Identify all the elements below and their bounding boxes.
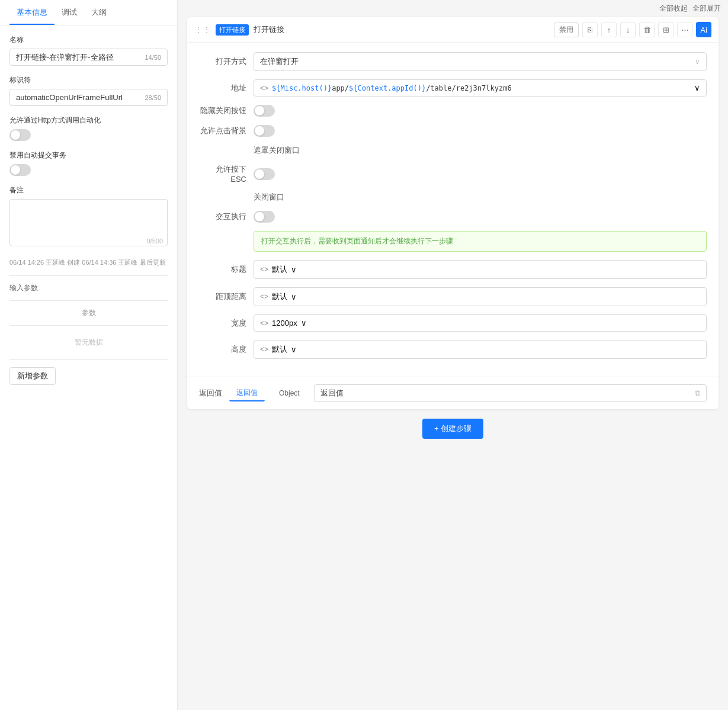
url-misc: ${Misc.host()} bbox=[272, 84, 332, 92]
hide-close-knob bbox=[255, 106, 264, 115]
note-label: 备注 bbox=[9, 185, 168, 195]
http-toggle-group: 允许通过Http方式调用自动化 bbox=[9, 115, 168, 141]
left-content: 名称 14/50 标识符 28/50 允许通过Http方式调用自动化 禁用自动提… bbox=[0, 25, 177, 710]
top-distance-value: 默认 bbox=[272, 291, 287, 302]
hide-close-toggle[interactable] bbox=[254, 105, 275, 117]
drag-handle[interactable]: ⋮⋮ bbox=[194, 25, 211, 34]
node-card: ⋮⋮ 打开链接 打开链接 禁用 ⎘ ↑ ↓ 🗑 ⊞ bbox=[187, 17, 719, 409]
name-input-wrap[interactable]: 14/50 bbox=[9, 49, 168, 66]
params-divider3 bbox=[9, 359, 168, 360]
hide-close-row: 隐藏关闭按钮 bbox=[199, 105, 707, 117]
hide-close-label: 隐藏关闭按钮 bbox=[199, 105, 246, 116]
width-chevron: ∨ bbox=[301, 319, 307, 327]
note-counter: 0/500 bbox=[146, 237, 163, 245]
more-icon: ⋯ bbox=[681, 25, 689, 34]
title-label: 标题 bbox=[199, 264, 246, 275]
top-distance-content: <> 默认 ∨ bbox=[254, 287, 707, 306]
name-field-group: 名称 14/50 bbox=[9, 35, 168, 66]
delete-icon-btn[interactable]: 🗑 bbox=[639, 22, 655, 37]
top-distance-row: 距顶距离 <> 默认 ∨ bbox=[199, 287, 707, 306]
duplicate-icon-btn[interactable]: ⊞ bbox=[658, 22, 674, 37]
submit-toggle[interactable] bbox=[9, 164, 31, 176]
note-textarea[interactable] bbox=[9, 199, 168, 246]
allow-click-bg-toggle[interactable] bbox=[254, 125, 275, 137]
title-field[interactable]: <> 默认 ∨ bbox=[254, 260, 707, 279]
add-param-button[interactable]: 新增参数 bbox=[9, 367, 56, 385]
id-counter: 28/50 bbox=[145, 94, 161, 101]
delete-icon: 🗑 bbox=[643, 25, 651, 34]
down-icon-btn[interactable]: ↓ bbox=[620, 22, 636, 37]
node-actions: 禁用 ⎘ ↑ ↓ 🗑 ⊞ ⋯ bbox=[554, 22, 711, 37]
title-prefix: <> bbox=[260, 265, 268, 274]
note-field-group: 备注 0/500 bbox=[9, 185, 168, 248]
ai-icon-btn[interactable]: Ai bbox=[696, 22, 711, 37]
name-label: 名称 bbox=[9, 35, 168, 45]
cover-close-row: 遮罩关闭窗口 bbox=[254, 145, 707, 156]
height-content: <> 默认 ∨ bbox=[254, 340, 707, 359]
height-label: 高度 bbox=[199, 344, 246, 355]
address-field[interactable]: <> ${Misc.host()}app/${Context.appId()}/… bbox=[254, 79, 707, 97]
open-method-content: 在弹窗打开 ∨ bbox=[254, 52, 707, 71]
allow-click-bg-knob bbox=[255, 126, 264, 136]
address-content: <> ${Misc.host()}app/${Context.appId()}/… bbox=[254, 79, 707, 97]
cover-close-label: 遮罩关闭窗口 bbox=[254, 146, 300, 155]
name-input[interactable] bbox=[16, 53, 145, 62]
width-prefix: <> bbox=[260, 319, 268, 327]
open-method-value: 在弹窗打开 bbox=[260, 56, 695, 67]
more-icon-btn[interactable]: ⋯ bbox=[677, 22, 692, 37]
http-toggle[interactable] bbox=[9, 129, 31, 141]
tab-basic[interactable]: 基本信息 bbox=[9, 0, 54, 25]
return-tab-value[interactable]: 返回值 bbox=[229, 385, 265, 401]
title-chevron: ∨ bbox=[291, 265, 297, 274]
tab-outline[interactable]: 大纲 bbox=[84, 0, 114, 25]
name-counter: 14/50 bbox=[145, 54, 161, 61]
address-label: 地址 bbox=[199, 83, 246, 94]
copy-return-icon[interactable]: ⧉ bbox=[695, 388, 700, 398]
url-context: ${Context.appId()} bbox=[349, 84, 426, 92]
height-chevron: ∨ bbox=[291, 345, 297, 354]
submit-toggle-group: 禁用自动提交事务 bbox=[9, 150, 168, 176]
return-input-wrap: ⧉ bbox=[314, 384, 707, 402]
width-content: <> 1200px ∨ bbox=[254, 314, 707, 332]
open-method-row: 打开方式 在弹窗打开 ∨ bbox=[199, 52, 707, 71]
title-content: <> 默认 ∨ bbox=[254, 260, 707, 279]
meta-info: 06/14 14:26 王延峰 创建 06/14 14:36 王延峰 最后更新 bbox=[9, 258, 168, 268]
open-method-select[interactable]: 在弹窗打开 ∨ bbox=[254, 52, 707, 71]
return-section: 返回值 返回值 Object ⧉ bbox=[187, 377, 719, 409]
width-field[interactable]: <> 1200px ∨ bbox=[254, 314, 707, 332]
create-step-button[interactable]: + 创建步骤 bbox=[422, 419, 483, 439]
id-input[interactable] bbox=[16, 93, 145, 102]
width-label: 宽度 bbox=[199, 318, 246, 329]
tab-debug[interactable]: 调试 bbox=[54, 0, 84, 25]
disable-button[interactable]: 禁用 bbox=[554, 23, 579, 37]
params-divider2 bbox=[9, 325, 168, 326]
title-row: 标题 <> 默认 ∨ bbox=[199, 260, 707, 279]
params-divider bbox=[9, 300, 168, 301]
up-icon-btn[interactable]: ↑ bbox=[601, 22, 617, 37]
address-url: ${Misc.host()}app/${Context.appId()}/tab… bbox=[272, 84, 691, 92]
allow-esc-toggle[interactable] bbox=[254, 168, 275, 180]
left-panel: 基本信息 调试 大纲 名称 14/50 标识符 28/50 允许通过Http方式… bbox=[0, 0, 178, 710]
top-distance-label: 距顶距离 bbox=[199, 291, 246, 302]
height-field[interactable]: <> 默认 ∨ bbox=[254, 340, 707, 359]
collapse-all-btn[interactable]: 全部收起 bbox=[659, 4, 688, 14]
return-input[interactable] bbox=[320, 389, 690, 398]
right-panel: 全部收起 全部展开 ⋮⋮ 打开链接 打开链接 禁用 ⎘ ↑ ↓ 🗑 bbox=[178, 0, 728, 710]
interactive-toggle[interactable] bbox=[254, 211, 275, 223]
allow-esc-label: 允许按下 ESC bbox=[199, 164, 246, 184]
params-title: 参数 bbox=[9, 308, 168, 318]
copy-icon: ⎘ bbox=[588, 25, 592, 34]
allow-click-bg-label: 允许点击背景 bbox=[199, 126, 246, 136]
no-data: 暂无数据 bbox=[9, 333, 168, 352]
node-card-body: 打开方式 在弹窗打开 ∨ 地址 <> ${Misc.host()}app/${C… bbox=[187, 43, 719, 377]
expand-all-btn[interactable]: 全部展开 bbox=[692, 4, 721, 14]
up-icon: ↑ bbox=[607, 25, 611, 34]
return-tab-object[interactable]: Object bbox=[272, 387, 307, 400]
top-distance-field[interactable]: <> 默认 ∨ bbox=[254, 287, 707, 306]
http-toggle-knob bbox=[11, 130, 20, 140]
top-distance-chevron: ∨ bbox=[291, 293, 297, 301]
address-chevron: ∨ bbox=[694, 83, 700, 92]
tabs-header: 基本信息 调试 大纲 bbox=[0, 0, 177, 25]
id-input-wrap[interactable]: 28/50 bbox=[9, 89, 168, 106]
copy-icon-btn[interactable]: ⎘ bbox=[582, 22, 598, 37]
